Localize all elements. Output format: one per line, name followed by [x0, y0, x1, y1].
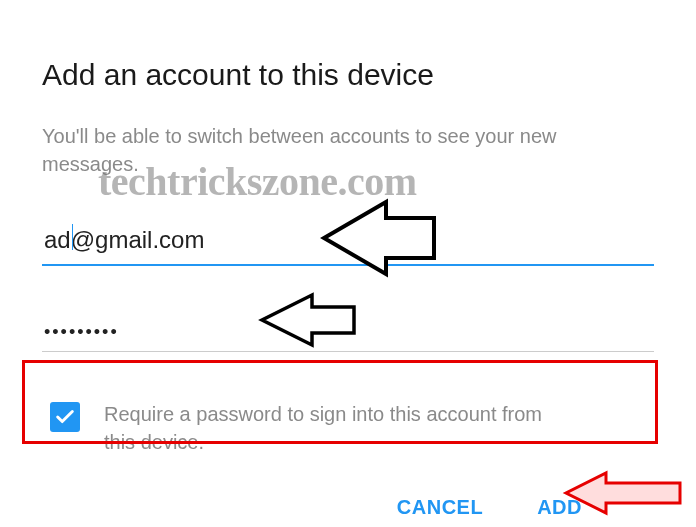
page-subtitle: You'll be able to switch between account…: [42, 122, 562, 178]
add-account-dialog: Add an account to this device You'll be …: [0, 0, 696, 519]
password-field-group: [42, 300, 654, 352]
email-field-group: [42, 222, 654, 266]
require-password-label: Require a password to sign into this acc…: [104, 400, 544, 456]
dialog-actions: CANCEL ADD: [42, 470, 654, 519]
check-icon: [54, 406, 76, 428]
require-password-checkbox[interactable]: [50, 402, 80, 432]
cancel-button[interactable]: CANCEL: [397, 496, 483, 519]
text-cursor: [72, 224, 73, 250]
add-button[interactable]: ADD: [537, 496, 582, 519]
password-field[interactable]: [42, 318, 654, 352]
email-field[interactable]: [42, 222, 654, 266]
require-password-row: Require a password to sign into this acc…: [42, 386, 654, 470]
page-title: Add an account to this device: [42, 58, 654, 92]
